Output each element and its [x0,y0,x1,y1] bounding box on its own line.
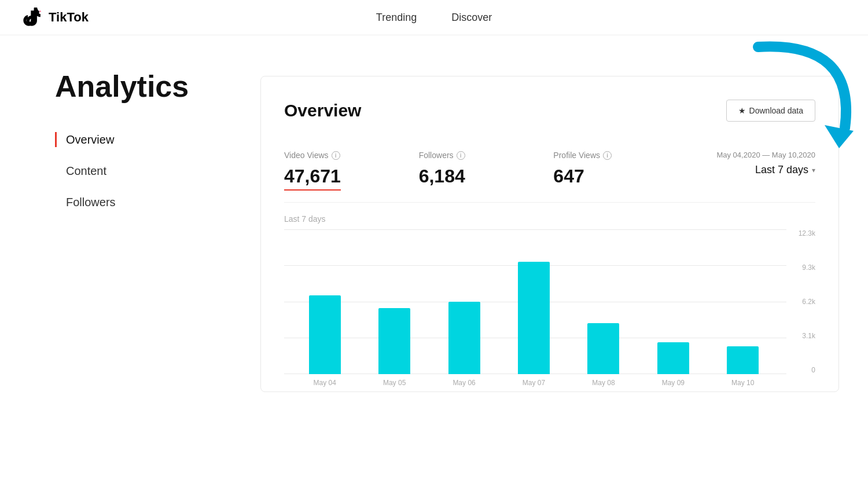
bar-group [638,229,708,374]
stat-followers-value: 6,184 [419,166,554,187]
chevron-down-icon: ▾ [812,166,815,174]
x-label: May 10 [708,379,778,387]
stats-row: Video Views i 47,671 Followers i 6,184 P… [284,139,815,203]
x-labels: May 04May 05May 06May 07May 08May 09May … [284,374,784,391]
x-label: May 08 [569,379,638,387]
sidebar-item-overview[interactable]: Overview [55,132,208,147]
y-label: 6.2k [802,298,815,306]
x-label: May 09 [638,379,708,387]
nav-discover[interactable]: Discover [451,12,492,24]
sidebar-item-followers[interactable]: Followers [55,195,208,210]
y-label: 9.3k [802,264,815,272]
sidebar-nav: Overview Content Followers [55,132,208,210]
header: TikTok Trending Discover [0,0,868,35]
sidebar-item-content[interactable]: Content [55,163,208,178]
chart-bar [378,308,410,374]
stat-video-views-label: Video Views i [284,151,419,160]
overview-header: Overview ★ Download data [284,100,815,122]
download-data-button[interactable]: ★ Download data [726,100,815,122]
tiktok-logo-icon [23,7,44,28]
chart-bar [657,342,689,374]
chart-period-label: Last 7 days [284,214,815,224]
stat-followers-label: Followers i [419,151,554,160]
bar-group [359,229,429,374]
chart-bar [518,262,550,374]
logo[interactable]: TikTok [23,7,89,28]
x-label: May 04 [290,379,359,387]
stat-video-views: Video Views i 47,671 [284,151,419,191]
sidebar: Analytics Overview Content Followers [0,35,243,415]
main-layout: Analytics Overview Content Followers Ove… [0,35,868,415]
chart-bar [448,302,480,374]
followers-info-icon[interactable]: i [457,151,465,160]
bar-group [569,229,638,374]
y-label: 12.3k [799,229,815,237]
overview-card: Overview ★ Download data Video Views i 4… [260,76,839,392]
stat-video-views-value: 47,671 [284,166,341,191]
download-icon: ★ [738,106,746,115]
chart-bar [309,295,341,374]
video-views-info-icon[interactable]: i [332,151,340,160]
content-area: Overview ★ Download data Video Views i 4… [243,35,868,415]
chart-bar [727,346,759,374]
profile-views-info-icon[interactable]: i [603,151,612,160]
logo-text: TikTok [49,10,89,25]
bar-group [708,229,778,374]
bar-group [499,229,568,374]
date-range-text: May 04,2020 — May 10,2020 [688,151,815,159]
y-axis-labels: 12.3k 9.3k 6.2k 3.1k 0 [786,229,815,374]
chart-bar [587,323,619,374]
period-select[interactable]: Last 7 days ▾ [688,164,815,176]
bar-group [429,229,499,374]
stat-profile-views: Profile Views i 647 [553,151,688,187]
x-label: May 05 [359,379,429,387]
x-label: May 07 [499,379,568,387]
y-label: 3.1k [802,332,815,340]
bars-area [284,229,784,374]
x-label: May 06 [429,379,499,387]
chart-container: 12.3k 9.3k 6.2k 3.1k 0 May 04May 05May 0… [284,229,815,391]
stat-profile-views-label: Profile Views i [553,151,688,160]
nav-trending[interactable]: Trending [376,12,417,24]
y-label: 0 [811,366,815,374]
bar-group [290,229,359,374]
date-range-area: May 04,2020 — May 10,2020 Last 7 days ▾ [688,151,815,176]
stat-followers: Followers i 6,184 [419,151,554,187]
page-title: Analytics [55,70,208,103]
chart-section: Last 7 days 12.3k 9.3k 6.2k [284,203,815,391]
stat-profile-views-value: 647 [553,166,688,187]
overview-title: Overview [284,101,361,120]
main-nav: Trending Discover [376,12,492,24]
